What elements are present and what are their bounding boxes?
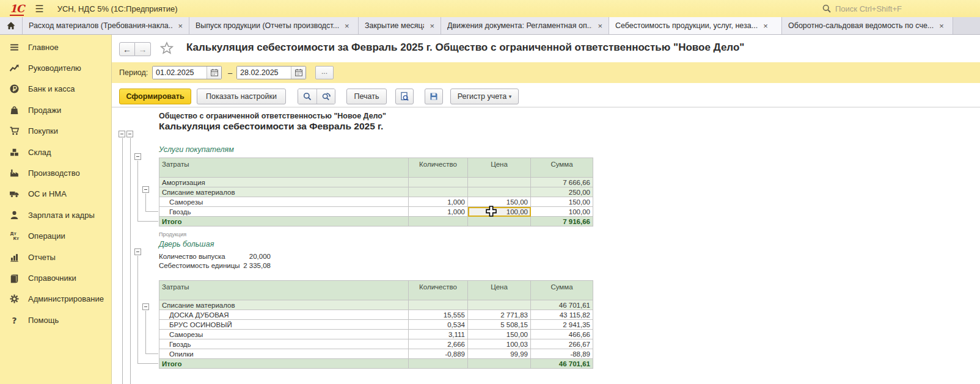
- sum-cell[interactable]: 150,00: [531, 197, 593, 207]
- save-button[interactable]: [425, 89, 443, 104]
- price-cell[interactable]: 5 508,15: [468, 320, 531, 330]
- price-cell[interactable]: 150,00: [468, 330, 531, 339]
- tab-zakrytie-mesyaca[interactable]: Закрытие месяца ×: [359, 17, 441, 34]
- close-icon[interactable]: ×: [939, 22, 944, 30]
- qty-cell[interactable]: 1,000: [409, 197, 468, 207]
- sidebar-item-pokupki[interactable]: Покупки: [0, 121, 111, 142]
- sidebar-item-operacii[interactable]: Операции: [0, 226, 111, 247]
- price-cell[interactable]: [468, 300, 531, 310]
- calendar-button[interactable]: [207, 67, 221, 79]
- collapse-button[interactable]: [134, 153, 141, 160]
- collapse-button[interactable]: [134, 248, 141, 255]
- cost-name-cell[interactable]: БРУС ОСИНОВЫЙ: [159, 320, 409, 330]
- qty-cell[interactable]: [409, 217, 468, 226]
- qty-cell[interactable]: 2,666: [409, 339, 468, 349]
- close-icon[interactable]: ×: [763, 22, 768, 30]
- qty-cell[interactable]: 3,111: [409, 330, 468, 339]
- info-value[interactable]: 2 335,08: [243, 262, 271, 269]
- collapse-button[interactable]: [126, 131, 133, 137]
- close-icon[interactable]: ×: [178, 22, 183, 30]
- sidebar-item-glavnoe[interactable]: Главное: [0, 37, 111, 57]
- close-icon[interactable]: ×: [345, 22, 349, 30]
- sum-cell[interactable]: 7 666,66: [531, 178, 593, 187]
- calendar-button[interactable]: [291, 67, 305, 79]
- info-value[interactable]: 20,000: [249, 253, 271, 260]
- main-menu-icon[interactable]: ☰: [35, 3, 43, 15]
- qty-cell[interactable]: [409, 359, 468, 369]
- col-header-summa[interactable]: Сумма: [531, 158, 593, 178]
- sum-cell[interactable]: 2 941,35: [531, 320, 593, 330]
- sum-cell[interactable]: 46 701,61: [531, 359, 593, 369]
- close-icon[interactable]: ×: [598, 22, 602, 30]
- sum-cell[interactable]: 100,00: [531, 207, 593, 217]
- cost-name-cell[interactable]: Саморезы: [159, 197, 409, 207]
- price-cell[interactable]: 2 771,83: [468, 310, 531, 320]
- collapse-button[interactable]: [142, 186, 149, 193]
- sidebar-item-zarplata-i-kadry[interactable]: Зарплата и кадры: [0, 205, 111, 225]
- qty-cell[interactable]: 0,534: [409, 320, 468, 330]
- selected-price-cell[interactable]: 100,00: [468, 207, 531, 217]
- sidebar-item-pomosch[interactable]: Помощь: [0, 310, 111, 330]
- sidebar-item-prodazhi[interactable]: Продажи: [0, 100, 111, 120]
- cost-name-cell[interactable]: Саморезы: [159, 330, 409, 339]
- price-cell[interactable]: [468, 187, 531, 197]
- cost-name-cell[interactable]: Списание материалов: [159, 300, 409, 310]
- back-button[interactable]: ←: [119, 42, 135, 56]
- period-from-input[interactable]: [153, 67, 207, 79]
- price-cell[interactable]: [468, 178, 531, 187]
- favorite-star-icon[interactable]: [160, 42, 174, 55]
- col-header-cena[interactable]: Цена: [468, 281, 531, 300]
- tab-sebestoimost-produkcii[interactable]: Себестоимость продукции, услуг, неза... …: [609, 17, 782, 34]
- period-more-button[interactable]: ...: [315, 66, 334, 79]
- sidebar-item-spravochniki[interactable]: Справочники: [0, 267, 111, 288]
- sum-cell[interactable]: 466,66: [531, 330, 593, 339]
- col-header-kolichestvo[interactable]: Количество: [409, 158, 468, 178]
- cost-name-cell[interactable]: Опилки: [159, 349, 409, 359]
- col-header-kolichestvo[interactable]: Количество: [409, 281, 468, 300]
- sum-cell[interactable]: -88,89: [531, 349, 593, 359]
- tab-rashod-materialov[interactable]: Расход материалов (Требования-накла... ×: [23, 17, 189, 34]
- sum-cell[interactable]: 250,00: [531, 187, 593, 197]
- col-header-cena[interactable]: Цена: [468, 158, 531, 178]
- close-icon[interactable]: ×: [430, 22, 434, 30]
- sidebar-item-proizvodstvo[interactable]: Производство: [0, 162, 111, 183]
- sum-cell[interactable]: 7 916,66: [531, 217, 593, 226]
- price-cell[interactable]: [468, 359, 531, 369]
- print-button[interactable]: Печать: [346, 89, 387, 104]
- sidebar-item-administrirovanie[interactable]: Администрирование: [0, 289, 111, 310]
- price-cell[interactable]: [468, 217, 531, 226]
- qty-cell[interactable]: -0,889: [409, 349, 468, 359]
- sidebar-item-bank-i-kassa[interactable]: Банк и касса: [0, 79, 111, 100]
- sum-cell[interactable]: 46 701,61: [531, 300, 593, 310]
- total-label-cell[interactable]: Итого: [159, 217, 409, 226]
- sidebar-item-sklad[interactable]: Склад: [0, 142, 111, 162]
- cost-name-cell[interactable]: Списание материалов: [159, 187, 409, 197]
- collapse-button[interactable]: [119, 131, 125, 137]
- collapse-button[interactable]: [142, 303, 149, 310]
- qty-cell[interactable]: 15,555: [409, 310, 468, 320]
- cost-name-cell[interactable]: ДОСКА ДУБОВАЯ: [159, 310, 409, 320]
- col-header-summa[interactable]: Сумма: [531, 281, 593, 300]
- sum-cell[interactable]: 43 115,82: [531, 310, 593, 320]
- show-settings-button[interactable]: Показать настройки: [197, 89, 286, 104]
- find-button[interactable]: [298, 89, 316, 104]
- tab-dvizheniya-dokumenta[interactable]: Движения документа: Регламентная оп... ×: [441, 17, 609, 34]
- print-preview-button[interactable]: [395, 89, 414, 104]
- find-next-button[interactable]: [316, 89, 335, 104]
- forward-button[interactable]: →: [135, 42, 151, 56]
- sum-cell[interactable]: 266,67: [531, 339, 593, 349]
- price-cell[interactable]: 100,03: [468, 339, 531, 349]
- qty-cell[interactable]: [409, 300, 468, 310]
- col-header-zatraty[interactable]: Затраты: [159, 158, 409, 178]
- sidebar-item-os-i-nma[interactable]: ОС и НМА: [0, 184, 111, 205]
- register-menu-button[interactable]: Регистр учета ▾: [450, 89, 519, 104]
- generate-button[interactable]: Сформировать: [119, 89, 191, 104]
- cost-name-cell[interactable]: Гвоздь: [159, 207, 409, 217]
- global-search[interactable]: Поиск Ctrl+Shift+F: [822, 2, 957, 15]
- qty-cell[interactable]: 1,000: [409, 207, 468, 217]
- period-to-input[interactable]: [237, 67, 291, 79]
- cost-name-cell[interactable]: Амортизация: [159, 178, 409, 187]
- tab-vypusk-produkcii[interactable]: Выпуск продукции (Отчеты производст... ×: [189, 17, 359, 34]
- cost-name-cell[interactable]: Гвоздь: [159, 339, 409, 349]
- qty-cell[interactable]: [409, 178, 468, 187]
